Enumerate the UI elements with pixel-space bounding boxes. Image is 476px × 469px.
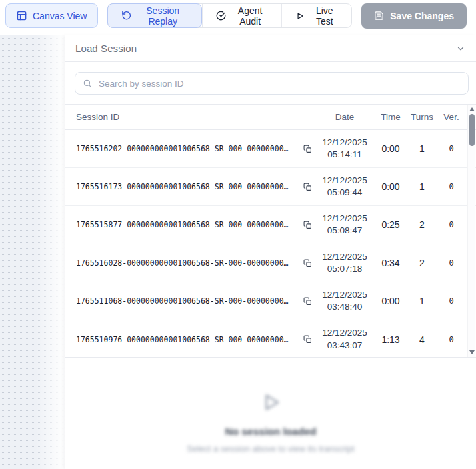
table-row[interactable]: 1765516202-000000000001006568-SR-000-000… (65, 130, 476, 168)
session-date: 12/12/202503:43:07 (315, 327, 375, 351)
layout-grid-icon (17, 11, 27, 21)
session-version: 0 (437, 144, 465, 153)
session-version: 0 (437, 220, 465, 229)
session-date: 12/12/202505:08:47 (315, 213, 375, 237)
session-duration: 0:00 (375, 296, 407, 306)
session-version: 0 (437, 335, 465, 344)
session-id: 1765515877-000000000001006568-SR-000-000… (76, 220, 300, 229)
session-replay-label: Session Replay (137, 5, 187, 27)
table-row[interactable]: 1765511068-000000000001006568-SR-000-000… (65, 282, 476, 320)
save-changes-button[interactable]: Save Changes (361, 3, 467, 29)
check-circle-icon (216, 11, 226, 21)
save-icon (374, 11, 384, 21)
empty-state-subtitle: Select a session above to view its trans… (187, 444, 354, 454)
copy-icon[interactable] (300, 183, 315, 191)
main-area: Load Session Session ID Date Time (0, 35, 476, 469)
table-row[interactable]: 1765515877-000000000001006568-SR-000-000… (65, 206, 476, 244)
copy-icon[interactable] (300, 221, 315, 229)
session-date: 12/12/202503:48:40 (315, 289, 375, 313)
session-date: 12/12/202505:09:44 (315, 175, 375, 199)
empty-state-title: No session loaded (225, 426, 317, 438)
session-duration: 0:34 (375, 258, 407, 268)
table-row[interactable]: 1765510976-000000000001006568-SR-000-000… (65, 320, 476, 358)
scroll-up-arrow[interactable] (469, 107, 475, 111)
session-duration: 1:13 (375, 334, 407, 345)
col-header-date: Date (315, 112, 375, 122)
col-header-time: Time (375, 112, 407, 122)
col-header-turns: Turns (407, 112, 437, 122)
session-list: 1765516202-000000000001006568-SR-000-000… (65, 130, 476, 358)
session-version: 0 (437, 182, 465, 191)
scroll-down-arrow[interactable] (469, 350, 475, 354)
table-header-row: Session ID Date Time Turns Ver. (65, 105, 476, 130)
save-changes-label: Save Changes (390, 11, 454, 21)
session-turns: 4 (407, 334, 437, 345)
canvas-view-button[interactable]: Canvas View (5, 3, 98, 28)
tab-agent-audit[interactable]: Agent Audit (202, 4, 281, 27)
copy-icon[interactable] (300, 145, 315, 153)
session-version: 0 (437, 296, 465, 306)
copy-icon[interactable] (300, 297, 315, 306)
replay-icon (121, 11, 131, 21)
session-duration: 0:25 (375, 219, 407, 230)
search-section (65, 62, 476, 104)
session-duration: 0:00 (375, 143, 407, 154)
col-header-ver: Ver. (437, 112, 465, 122)
canvas-dot-grid (0, 35, 65, 469)
table-row[interactable]: 1765516173-000000000001006568-SR-000-000… (65, 168, 476, 206)
tab-live-test[interactable]: Live Test (281, 4, 351, 27)
session-version: 0 (437, 258, 465, 268)
session-duration: 0:00 (375, 181, 407, 192)
session-panel: Load Session Session ID Date Time (65, 35, 476, 469)
session-turns: 2 (407, 219, 437, 230)
session-id: 1765516173-000000000001006568-SR-000-000… (76, 182, 300, 191)
chevron-down-icon[interactable] (456, 44, 465, 53)
top-toolbar: Canvas View Session Replay Agent Audit (0, 0, 476, 31)
session-date: 12/12/202505:14:11 (315, 137, 375, 161)
scrollbar-thumb[interactable] (469, 114, 475, 146)
agent-audit-label: Agent Audit (232, 5, 268, 27)
session-turns: 2 (407, 258, 437, 268)
copy-icon[interactable] (300, 259, 315, 268)
col-header-session-id: Session ID (76, 112, 300, 122)
load-session-title: Load Session (75, 43, 137, 54)
session-id: 1765511068-000000000001006568-SR-000-000… (76, 296, 300, 306)
copy-icon[interactable] (300, 335, 315, 344)
session-table: Session ID Date Time Turns Ver. 17655162… (65, 104, 476, 358)
session-turns: 1 (407, 181, 437, 192)
canvas-view-label: Canvas View (33, 11, 87, 21)
live-test-label: Live Test (311, 5, 338, 27)
scrollbar[interactable] (467, 105, 475, 357)
mode-segmented-control: Session Replay Agent Audit Live Test (107, 3, 352, 28)
session-id: 1765516028-000000000001006568-SR-000-000… (76, 258, 300, 268)
search-input[interactable] (75, 72, 469, 95)
load-session-header[interactable]: Load Session (65, 35, 476, 62)
play-outline-icon (258, 390, 283, 415)
tab-session-replay[interactable]: Session Replay (107, 3, 201, 28)
table-row[interactable]: 1765516028-000000000001006568-SR-000-000… (65, 244, 476, 282)
empty-state: No session loaded Select a session above… (65, 358, 476, 469)
play-icon (295, 11, 305, 21)
session-turns: 1 (407, 296, 437, 306)
session-date: 12/12/202505:07:18 (315, 251, 375, 275)
session-id: 1765510976-000000000001006568-SR-000-000… (76, 335, 300, 344)
session-turns: 1 (407, 143, 437, 154)
session-id: 1765516202-000000000001006568-SR-000-000… (76, 144, 300, 153)
